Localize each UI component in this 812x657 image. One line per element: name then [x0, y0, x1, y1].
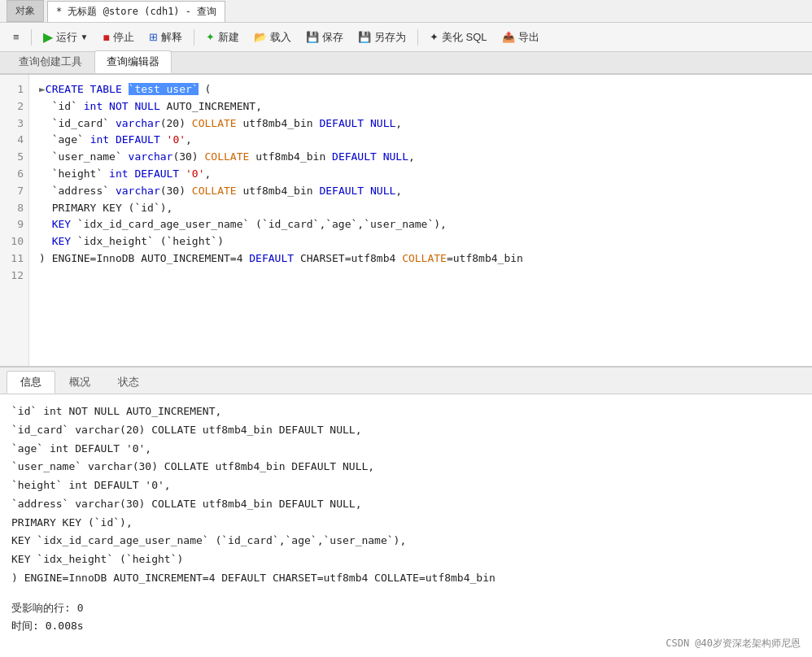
beautify-icon: ✦: [430, 31, 439, 43]
sep1: [31, 29, 32, 46]
bottom-tabs: 信息 概况 状态: [0, 368, 812, 394]
stop-button[interactable]: ■ 停止: [97, 28, 141, 47]
time-info: 时间: 0.008s: [11, 617, 801, 636]
sep3: [417, 29, 418, 46]
beautify-button[interactable]: ✦ 美化 SQL: [423, 28, 494, 47]
run-dropdown-icon: ▼: [81, 33, 89, 41]
explain-button[interactable]: ⊞ 解释: [142, 28, 189, 47]
beautify-label: 美化 SQL: [442, 30, 487, 45]
save-label: 保存: [322, 30, 343, 45]
bottom-line: PRIMARY KEY (`id`),: [11, 514, 801, 533]
toolbar: ≡ ▶ 运行 ▼ ■ 停止 ⊞ 解释 ✦ 新建 📂 载入 💾 保存 💾 另存为 …: [0, 23, 812, 52]
new-label: 新建: [218, 30, 239, 45]
explain-icon: ⊞: [149, 31, 158, 43]
bottom-content: `id` int NOT NULL AUTO_INCREMENT,`id_car…: [0, 394, 812, 644]
bottom-panel: 信息 概况 状态 `id` int NOT NULL AUTO_INCREMEN…: [0, 368, 812, 657]
tab-object[interactable]: 对象: [7, 0, 44, 22]
bottom-line: `age` int DEFAULT '0',: [11, 440, 801, 459]
subtab-query-builder[interactable]: 查询创建工具: [7, 50, 94, 73]
bottom-line: `id` int NOT NULL AUTO_INCREMENT,: [11, 402, 801, 421]
editor-subtabs: 查询创建工具 查询编辑器: [0, 52, 812, 75]
bottom-line: `height` int DEFAULT '0',: [11, 476, 801, 495]
code-content[interactable]: ►CREATE TABLE `test user` ( `id` int NOT…: [29, 75, 812, 366]
new-button[interactable]: ✦ 新建: [199, 28, 246, 47]
run-icon: ▶: [43, 29, 53, 45]
bottom-tab-info[interactable]: 信息: [7, 371, 55, 394]
watermark: CSDN @40岁资深老架构师尼恩: [666, 637, 801, 650]
subtab-query-editor[interactable]: 查询编辑器: [94, 50, 172, 73]
bottom-line: KEY `idx_id_card_age_user_name` (`id_car…: [11, 532, 801, 550]
stop-label: 停止: [113, 30, 134, 45]
export-button[interactable]: 📤 导出: [495, 28, 546, 47]
explain-label: 解释: [161, 30, 182, 45]
sep2: [194, 29, 194, 46]
save-as-button[interactable]: 💾 另存为: [351, 28, 413, 47]
bottom-line: ) ENGINE=InnoDB AUTO_INCREMENT=4 DEFAULT…: [11, 569, 801, 588]
code-editor[interactable]: 123456789101112 ►CREATE TABLE `test user…: [0, 75, 812, 368]
save-as-icon: 💾: [358, 31, 371, 43]
run-label: 运行: [56, 30, 77, 45]
save-button[interactable]: 💾 保存: [299, 28, 350, 47]
load-label: 载入: [270, 30, 291, 45]
stop-icon: ■: [103, 31, 110, 44]
run-button[interactable]: ▶ 运行 ▼: [37, 27, 95, 47]
save-as-label: 另存为: [374, 30, 406, 45]
bottom-tab-overview[interactable]: 概况: [55, 371, 104, 394]
line-numbers: 123456789101112: [0, 75, 29, 366]
export-icon: 📤: [502, 31, 515, 43]
hamburger-button[interactable]: ≡: [7, 28, 26, 46]
bottom-line: `address` varchar(30) COLLATE utf8mb4_bi…: [11, 495, 801, 514]
save-icon: 💾: [306, 31, 319, 43]
bottom-line: KEY `idx_height` (`height`): [11, 550, 801, 569]
tab-query[interactable]: * 无标题 @store (cdh1) - 查询: [47, 1, 225, 22]
bottom-line: `id_card` varchar(20) COLLATE utf8mb4_bi…: [11, 421, 801, 440]
bottom-lines: `id` int NOT NULL AUTO_INCREMENT,`id_car…: [11, 402, 801, 588]
bottom-tab-status[interactable]: 状态: [104, 371, 153, 394]
affected-rows: 受影响的行: 0: [11, 599, 801, 618]
new-icon: ✦: [206, 31, 215, 43]
title-bar: 对象 * 无标题 @store (cdh1) - 查询: [0, 0, 812, 23]
export-label: 导出: [518, 30, 539, 45]
load-button[interactable]: 📂 载入: [247, 28, 298, 47]
bottom-line: `user_name` varchar(30) COLLATE utf8mb4_…: [11, 458, 801, 476]
load-icon: 📂: [254, 31, 267, 43]
